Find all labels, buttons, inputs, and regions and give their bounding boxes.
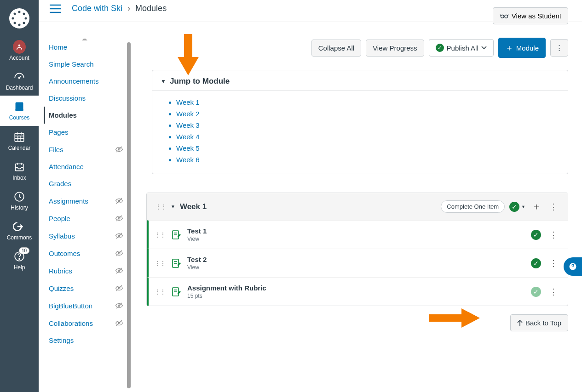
module-item-sub: View <box>187 264 524 271</box>
module-item-title[interactable]: Test 1 <box>187 227 524 235</box>
item-publish-toggle[interactable]: ✓ <box>531 287 541 297</box>
hidden-eye-icon <box>115 284 123 292</box>
item-kebab-icon[interactable]: ⋮ <box>547 287 559 297</box>
jump-link[interactable]: Week 4 <box>176 131 559 142</box>
svg-rect-51 <box>184 34 192 58</box>
drag-handle-icon[interactable]: ⋮⋮ <box>154 288 165 295</box>
item-publish-toggle[interactable]: ✓ <box>531 258 541 268</box>
inbox-icon <box>13 160 26 173</box>
svg-rect-14 <box>15 133 24 141</box>
course-nav-item[interactable]: Pages <box>49 124 123 141</box>
gnav-calendar[interactable]: Calendar <box>0 126 39 156</box>
caret-down-icon[interactable]: ▼ <box>521 205 525 209</box>
gnav-dashboard[interactable]: Dashboard <box>0 66 39 96</box>
breadcrumb-separator: › <box>127 4 130 13</box>
module-actions: Collapse All View Progress ✓ Publish All… <box>149 38 568 58</box>
view-progress-button[interactable]: View Progress <box>366 40 424 57</box>
course-nav-item[interactable]: Rubrics <box>49 262 123 279</box>
add-module-button[interactable]: ＋ Module <box>498 38 546 58</box>
hidden-eye-icon <box>115 145 123 153</box>
module-title: Week 1 <box>180 202 436 211</box>
drag-handle-icon[interactable]: ⋮⋮ <box>154 231 165 239</box>
course-nav-item[interactable]: Syllabus <box>49 227 123 244</box>
collapse-all-button[interactable]: Collapse All <box>311 40 361 57</box>
svg-point-66 <box>572 268 573 269</box>
help-fab[interactable] <box>564 257 582 276</box>
course-nav-item[interactable]: Quizzes <box>49 279 123 297</box>
course-nav-item[interactable]: Discussions <box>49 90 123 107</box>
module-publish-toggle[interactable]: ✓ <box>509 202 519 212</box>
glasses-icon <box>500 13 509 19</box>
add-item-button[interactable]: ＋ <box>530 200 543 213</box>
commons-icon <box>13 220 26 233</box>
annotation-arrow-right <box>429 308 480 328</box>
course-nav-item[interactable]: Simple Search <box>49 56 123 73</box>
hidden-eye-icon <box>115 319 123 327</box>
calendar-icon <box>13 131 26 143</box>
item-kebab-icon[interactable]: ⋮ <box>547 230 559 240</box>
dashboard-icon <box>13 70 26 83</box>
gnav-commons[interactable]: Commons <box>0 216 39 245</box>
course-nav-item[interactable]: People <box>49 210 123 227</box>
chevron-down-icon <box>481 46 487 50</box>
jump-link[interactable]: Week 3 <box>176 119 559 131</box>
avatar-icon <box>13 40 26 54</box>
jump-to-module-card: Jump to Module Week 1Week 2Week 3Week 4W… <box>152 70 568 174</box>
annotation-arrow-down <box>178 34 199 75</box>
jump-link[interactable]: Week 1 <box>176 97 559 108</box>
collapse-caret-icon[interactable]: ▼ <box>171 204 175 209</box>
item-kebab-icon[interactable]: ⋮ <box>547 258 559 268</box>
courses-icon <box>13 100 26 113</box>
course-nav-item[interactable]: Files <box>49 141 123 158</box>
gnav-help[interactable]: 10 Help <box>0 245 39 275</box>
gnav-history[interactable]: History <box>0 186 39 216</box>
back-to-top-button[interactable]: Back to Top <box>510 314 568 331</box>
svg-point-7 <box>23 22 25 24</box>
hidden-eye-icon <box>115 267 123 275</box>
jump-link[interactable]: Week 5 <box>176 142 559 154</box>
module-kebab-icon[interactable]: ⋮ <box>547 202 559 212</box>
course-nav-item[interactable]: Announcements <box>49 73 123 90</box>
course-nav-item[interactable]: Settings <box>49 332 123 349</box>
help-badge: 10 <box>19 247 29 254</box>
course-nav-item[interactable]: Home <box>49 39 123 56</box>
gnav-courses[interactable]: Courses <box>0 96 39 125</box>
module-item-sub: 15 pts <box>187 293 524 299</box>
breadcrumb: Code with Ski › Modules <box>72 4 167 13</box>
course-nav-item[interactable]: Collaborations <box>49 314 123 332</box>
module-week1: ⋮⋮ ▼ Week 1 Complete One Item ✓ ▼ ＋ ⋮ ⋮⋮… <box>146 193 568 306</box>
jump-to-module-toggle[interactable]: Jump to Module <box>161 77 559 86</box>
more-options-button[interactable]: ⋮ <box>550 39 568 57</box>
scrollbar[interactable] <box>127 42 131 388</box>
svg-point-6 <box>14 22 16 24</box>
module-item-title[interactable]: Test 2 <box>187 256 524 263</box>
jump-link[interactable]: Week 6 <box>176 154 559 165</box>
course-nav-item[interactable]: Grades <box>49 175 123 192</box>
item-publish-toggle[interactable]: ✓ <box>531 230 541 240</box>
canvas-logo[interactable] <box>9 8 29 28</box>
course-nav: HomeSimple SearchAnnouncementsDiscussion… <box>39 39 131 392</box>
course-nav-item[interactable]: Attendance <box>49 158 123 175</box>
svg-rect-62 <box>429 314 462 322</box>
gnav-inbox[interactable]: Inbox <box>0 156 39 186</box>
breadcrumb-current: Modules <box>135 4 167 13</box>
course-nav-item[interactable]: BigBlueButton <box>49 297 123 314</box>
course-nav-item[interactable]: Assignments <box>49 192 123 210</box>
hidden-eye-icon <box>115 197 123 205</box>
breadcrumb-course[interactable]: Code with Ski <box>72 4 122 13</box>
kebab-icon: ⋮ <box>556 44 563 52</box>
arrow-up-icon <box>517 320 523 326</box>
view-as-student-button[interactable]: View as Student <box>493 7 568 24</box>
publish-all-button[interactable]: ✓ Publish All <box>429 39 494 57</box>
drag-handle-icon[interactable]: ⋮⋮ <box>154 260 165 267</box>
module-item-title[interactable]: Assignment with Rubric <box>187 284 524 292</box>
global-nav: Account Dashboard Courses Calendar Inbox… <box>0 0 39 392</box>
drag-handle-icon[interactable]: ⋮⋮ <box>155 203 166 210</box>
course-nav-item[interactable]: Outcomes <box>49 244 123 262</box>
gnav-account[interactable]: Account <box>0 36 39 66</box>
course-nav-item[interactable]: Modules <box>44 107 123 124</box>
hamburger-icon[interactable] <box>50 4 61 13</box>
module-item: ⋮⋮Assignment with Rubric15 pts✓⋮ <box>147 277 568 306</box>
history-icon <box>13 190 26 203</box>
jump-link[interactable]: Week 2 <box>176 108 559 119</box>
